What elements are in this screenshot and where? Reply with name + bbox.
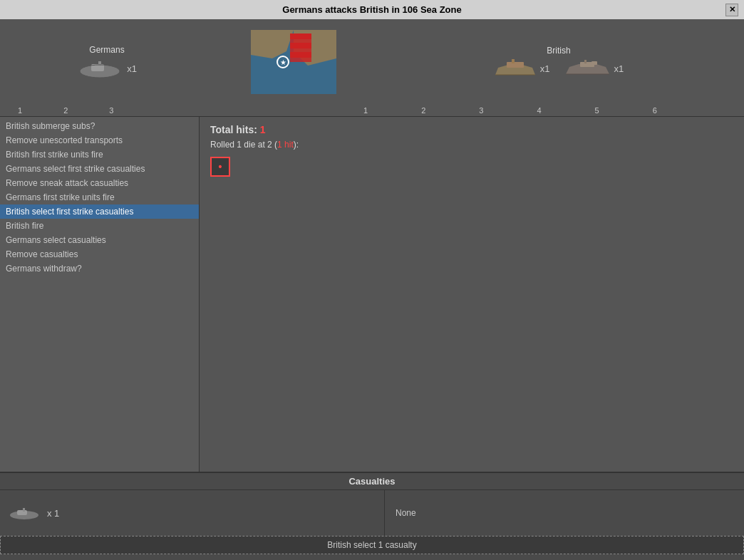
rolled-text: Rolled 1 die at 2 ( [210,140,277,150]
british-unit-row: x1 x1 [494,59,624,79]
german-num-3: 3 [109,106,113,115]
german-label: Germans [89,45,124,55]
svg-rect-9 [290,43,311,48]
step-remove-sneak[interactable]: Remove sneak attack casualties [0,176,199,190]
close-button[interactable]: ✕ [725,4,738,16]
rolled-line: Rolled 1 die at 2 (1 hit): [210,140,733,150]
title-bar: Germans attacks British in 106 Sea Zone … [0,0,744,19]
numbers-area: 1 2 3 1 2 3 4 5 6 [0,105,744,117]
die-1: • [210,157,230,177]
content-area: British submerge subs? Remove unescorted… [0,117,744,472]
svg-rect-15 [512,59,515,63]
svg-text:★: ★ [280,58,286,66]
german-unit-group: x1 [77,58,137,80]
step-german-casualties[interactable]: Germans select casualties [0,233,199,247]
casualties-area: Casualties x 1 None [0,472,744,536]
svg-rect-8 [290,33,311,39]
map-area: ★ [207,30,381,94]
casualty-sub-icon [7,507,41,519]
hit-text: 1 hit [277,140,294,150]
german-units-panel: Germans x1 [7,45,207,80]
total-hits-line: Total hits: 1 [210,124,733,135]
british-num-1: 1 [363,106,368,115]
british-label: British [547,46,570,56]
german-submarine-icon [77,58,123,80]
german-num-1: 1 [18,106,22,115]
british-num-6: 6 [653,106,657,115]
total-hits-value: 1 [260,124,266,135]
total-hits-label: Total hits: [210,124,257,135]
british-num-4: 4 [537,106,541,115]
steps-panel: British submerge subs? Remove unescorted… [0,117,200,472]
step-german-first-fire[interactable]: Germans first strike units fire [0,190,199,204]
battle-content: Total hits: 1 Rolled 1 die at 2 (1 hit):… [200,117,744,472]
svg-rect-24 [23,508,25,512]
british-num-3: 3 [479,106,483,115]
svg-rect-23 [17,510,27,515]
dice-container: • [210,157,733,177]
map-thumbnail: ★ [251,30,336,94]
step-british-first-strike[interactable]: British first strike units fire [0,147,199,162]
svg-rect-14 [507,62,524,68]
step-remove-casualties[interactable]: Remove casualties [0,247,199,261]
british-destroyer-count: x1 [614,63,624,74]
svg-rect-19 [584,60,587,63]
window-title: Germans attacks British in 106 Sea Zone [282,4,461,15]
step-british-fire[interactable]: British fire [0,219,199,233]
british-transport-group: x1 [494,59,550,79]
british-transport-count: x1 [540,63,550,74]
british-transport-icon [494,59,537,79]
british-num-2: 2 [421,106,425,115]
step-british-submerge[interactable]: British submerge subs? [0,119,199,133]
casualties-right-text: None [396,508,416,518]
svg-rect-20 [591,61,597,65]
casualties-content: x 1 None [0,490,744,536]
british-num-5: 5 [595,106,599,115]
svg-rect-10 [290,52,311,58]
british-units-panel: British x1 [381,46,737,79]
casualties-header: Casualties [0,473,744,490]
status-bar: British select 1 casualty [0,536,744,554]
casualties-left: x 1 [0,490,385,536]
german-numbers: 1 2 3 [7,106,207,115]
british-numbers: 1 2 3 4 5 6 [207,106,737,115]
rolled-suffix: ): [294,140,299,150]
casualties-right: None [385,490,744,536]
british-destroyer-group: x1 [564,60,624,78]
step-remove-transports[interactable]: Remove unescorted transports [0,133,199,147]
status-label: British select 1 casualty [327,540,416,550]
units-area: Germans x1 [0,19,744,105]
casualty-sub-count: x 1 [47,508,59,519]
step-german-first-strike-casualties[interactable]: Germans select first strike casualties [0,162,199,176]
german-sub-count: x1 [127,63,137,74]
main-container: Germans x1 [0,19,744,554]
step-british-select-casualties[interactable]: British select first strike casualties [0,204,199,219]
british-destroyer-icon [564,60,611,78]
step-german-withdraw[interactable]: Germans withdraw? [0,261,199,276]
german-num-2: 2 [63,106,68,115]
